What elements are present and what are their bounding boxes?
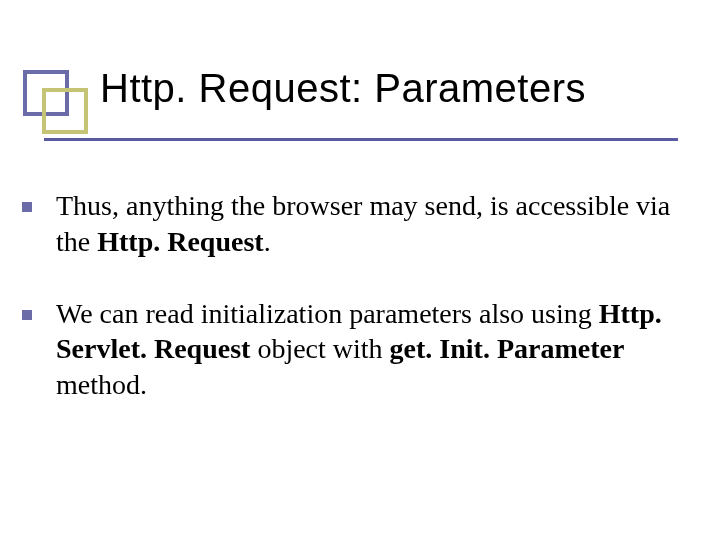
text-run: object with	[250, 333, 389, 364]
text-run: We can read initialization parameters al…	[56, 298, 599, 329]
list-item: Thus, anything the browser may send, is …	[22, 188, 694, 260]
text-run: method.	[56, 369, 147, 400]
bullet-text: Thus, anything the browser may send, is …	[56, 188, 694, 260]
bullet-square-icon	[22, 310, 32, 320]
slide: Http. Request: Parameters Thus, anything…	[0, 0, 720, 540]
bullet-square-icon	[22, 202, 32, 212]
decorative-square-inner	[42, 88, 88, 134]
list-item: We can read initialization parameters al…	[22, 296, 694, 403]
bullet-text: We can read initialization parameters al…	[56, 296, 694, 403]
title-underline	[44, 138, 678, 141]
text-run: .	[264, 226, 271, 257]
text-bold: get. Init. Parameter	[390, 333, 625, 364]
slide-body: Thus, anything the browser may send, is …	[22, 188, 694, 439]
slide-title: Http. Request: Parameters	[100, 66, 586, 111]
text-bold: Http. Request	[97, 226, 263, 257]
